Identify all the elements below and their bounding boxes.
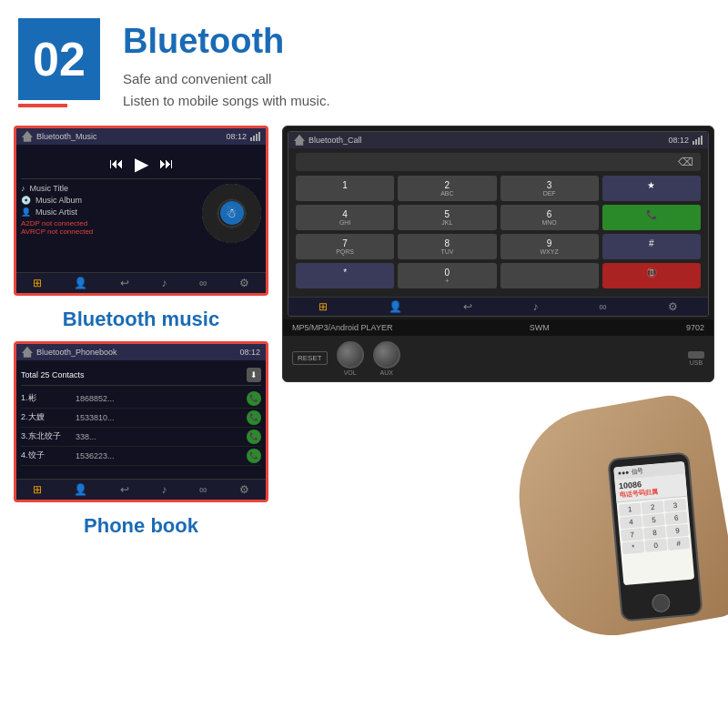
call-screen-time: 08:12 bbox=[668, 136, 689, 145]
car-screen-bottom-nav: ⊞ 👤 ↩ ♪ ∞ ⚙ bbox=[288, 297, 708, 316]
pb-nav-music-icon[interactable]: ♪ bbox=[161, 483, 167, 496]
left-column: Bluetooth_Music 08:12 ⏮ ▶ ⏭ bbox=[14, 126, 268, 623]
pb-nav-grid-icon[interactable]: ⊞ bbox=[33, 483, 42, 496]
music-artist-item: 👤 Music Artist bbox=[21, 207, 195, 217]
phone-key-1[interactable]: 1 bbox=[619, 502, 642, 516]
a2dp-status: A2DP not connected AVRCP not connected bbox=[21, 219, 195, 236]
call-contact-2-button[interactable]: 📞 bbox=[247, 410, 261, 425]
car-nav-link-icon[interactable]: ∞ bbox=[599, 300, 607, 313]
dial-key-hash[interactable]: # bbox=[602, 234, 701, 259]
music-album-label: Music Album bbox=[35, 196, 82, 205]
call-contact-1-button[interactable]: 📞 bbox=[247, 391, 261, 406]
phone-screen: ●●● 信号 10086 电话号码归属 1 2 3 4 5 6 7 8 bbox=[613, 461, 694, 585]
pb-nav-person-icon[interactable]: 👤 bbox=[74, 483, 87, 496]
pb-nav-settings-icon[interactable]: ⚙ bbox=[239, 483, 249, 496]
phonebook-screen-label: Phone book bbox=[14, 510, 268, 541]
pb-nav-back-icon[interactable]: ↩ bbox=[120, 483, 129, 496]
dial-key-2[interactable]: 2ABC bbox=[398, 176, 496, 201]
phone-key-5[interactable]: 5 bbox=[642, 513, 665, 527]
dial-key-3[interactable]: 3DEF bbox=[500, 176, 599, 201]
phonebook-home-icon bbox=[22, 347, 33, 358]
contact-3-number: 338... bbox=[76, 432, 244, 441]
feature-number: 02 bbox=[33, 35, 86, 83]
music-screen-title: Bluetooth_Music bbox=[36, 132, 97, 141]
car-call-screen: Bluetooth_Call 08:12 ⌫ bbox=[288, 131, 709, 317]
car-nav-grid-icon[interactable]: ⊞ bbox=[318, 300, 328, 313]
phonebook-body: Total 25 Contacts ⬇ 1.彬 1868852... 📞 2.大… bbox=[16, 360, 266, 479]
music-screen-time: 08:12 bbox=[226, 132, 247, 141]
call-screen-header: Bluetooth_Call 08:12 bbox=[288, 132, 708, 148]
nav-grid-icon[interactable]: ⊞ bbox=[33, 277, 42, 289]
download-contacts-button[interactable]: ⬇ bbox=[247, 368, 261, 382]
car-nav-settings-icon[interactable]: ⚙ bbox=[668, 300, 678, 313]
reset-button[interactable]: RESET bbox=[292, 351, 328, 365]
phone-key-8[interactable]: 8 bbox=[643, 526, 666, 540]
car-nav-music-icon[interactable]: ♪ bbox=[533, 300, 539, 313]
feature-title: Bluetooth bbox=[123, 23, 330, 61]
prev-button[interactable]: ⏮ bbox=[109, 156, 124, 172]
dial-key-8[interactable]: 8TUV bbox=[398, 234, 496, 259]
car-brand-text: MP5/MP3/Android PLAYER bbox=[292, 323, 392, 332]
phone-key-9[interactable]: 9 bbox=[666, 524, 689, 538]
dial-key-7[interactable]: 7PQRS bbox=[296, 234, 394, 259]
nav-link-icon[interactable]: ∞ bbox=[199, 277, 207, 289]
hand-phone-area: ●●● 信号 10086 电话号码归属 1 2 3 4 5 6 7 8 bbox=[282, 387, 714, 623]
phone-key-hash[interactable]: # bbox=[667, 537, 690, 551]
phone-key-2[interactable]: 2 bbox=[642, 500, 664, 514]
main-content: Bluetooth_Music 08:12 ⏮ ▶ ⏭ bbox=[0, 121, 728, 628]
call-contact-3-button[interactable]: 📞 bbox=[247, 430, 261, 444]
contact-row-4: 4.饺子 1536223... 📞 bbox=[21, 447, 261, 466]
dial-key-star[interactable]: ★ bbox=[602, 176, 701, 201]
nav-settings-icon[interactable]: ⚙ bbox=[239, 277, 249, 289]
dial-end-button[interactable]: 📵 bbox=[602, 263, 701, 288]
controls-row: ⏮ ▶ ⏭ bbox=[21, 149, 261, 179]
dial-key-6[interactable]: 6MNO bbox=[500, 205, 599, 230]
pb-nav-link-icon[interactable]: ∞ bbox=[199, 483, 207, 496]
dial-key-1[interactable]: 1 bbox=[296, 176, 394, 201]
nav-back-icon[interactable]: ↩ bbox=[120, 277, 129, 289]
call-home-icon bbox=[294, 135, 305, 146]
car-model-number: 9702 bbox=[686, 323, 704, 332]
phone-key-7[interactable]: 7 bbox=[621, 528, 643, 541]
aux-knob[interactable] bbox=[373, 341, 400, 369]
phone-key-star[interactable]: * bbox=[622, 541, 644, 554]
music-artist-label: Music Artist bbox=[35, 207, 77, 217]
contact-2-name: 2.大嫂 bbox=[21, 411, 76, 423]
music-info-row: ♪ Music Title 💿 Music Album 👤 Music Arti… bbox=[21, 184, 261, 243]
phonebook-screen-title: Bluetooth_Phonebook bbox=[36, 348, 117, 357]
car-nav-back-icon[interactable]: ↩ bbox=[463, 300, 472, 313]
dial-key-4[interactable]: 4GHI bbox=[296, 205, 394, 230]
nav-person-icon[interactable]: 👤 bbox=[74, 277, 87, 289]
dial-key-empty bbox=[500, 263, 599, 288]
backspace-button[interactable]: ⌫ bbox=[678, 156, 693, 168]
dial-key-0[interactable]: 0+ bbox=[398, 263, 496, 288]
dial-key-9[interactable]: 9WXYZ bbox=[500, 234, 599, 259]
play-button[interactable]: ▶ bbox=[135, 153, 148, 175]
vol-knob[interactable] bbox=[337, 341, 364, 369]
contact-4-number: 1536223... bbox=[76, 451, 244, 460]
phonebook-screen: Bluetooth_Phonebook 08:12 Total 25 Conta… bbox=[14, 341, 268, 502]
music-title-item: ♪ Music Title bbox=[21, 184, 195, 193]
signal-bars bbox=[250, 132, 260, 141]
phonebook-bottom-nav: ⊞ 👤 ↩ ♪ ∞ ⚙ bbox=[16, 479, 266, 500]
next-button[interactable]: ⏭ bbox=[159, 156, 174, 172]
dial-key-asterisk[interactable]: * bbox=[296, 263, 394, 288]
nav-music-icon[interactable]: ♪ bbox=[161, 277, 167, 289]
phone-device: ●●● 信号 10086 电话号码归属 1 2 3 4 5 6 7 8 bbox=[607, 451, 703, 622]
phone-dialpad: 1 2 3 4 5 6 7 8 9 * 0 # bbox=[617, 497, 693, 557]
phone-home-button[interactable] bbox=[652, 593, 672, 613]
music-screen-body: ⏮ ▶ ⏭ ♪ Music Title 💿 Music Album bbox=[16, 145, 266, 272]
phone-key-6[interactable]: 6 bbox=[665, 511, 688, 525]
music-screen: Bluetooth_Music 08:12 ⏮ ▶ ⏭ bbox=[14, 126, 268, 296]
call-contact-4-button[interactable]: 📞 bbox=[247, 449, 261, 463]
call-signal-bars bbox=[693, 136, 703, 145]
phone-key-3[interactable]: 3 bbox=[664, 499, 687, 512]
phone-key-0[interactable]: 0 bbox=[644, 539, 667, 552]
header-section: 02 Bluetooth Safe and convenient call Li… bbox=[0, 0, 728, 121]
phone-key-4[interactable]: 4 bbox=[620, 515, 642, 529]
dial-key-5[interactable]: 5JKL bbox=[398, 205, 496, 230]
contact-2-number: 1533810... bbox=[76, 413, 244, 422]
dial-call-button[interactable]: 📞 bbox=[602, 205, 701, 230]
disc-icon: 💿 bbox=[21, 196, 31, 205]
car-nav-person-icon[interactable]: 👤 bbox=[389, 300, 402, 313]
